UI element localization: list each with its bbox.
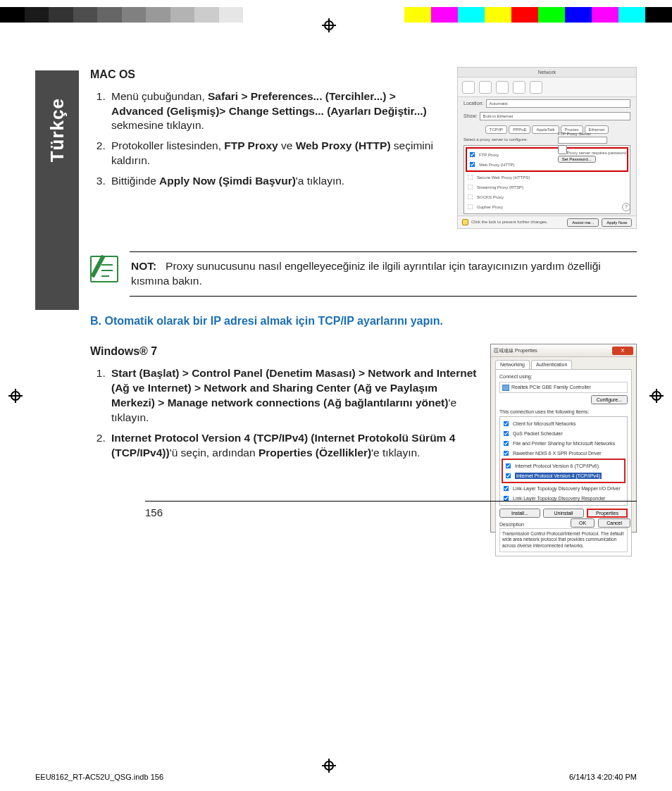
apply-now-button: Apply Now <box>602 218 632 227</box>
sound-icon <box>496 81 509 94</box>
macos-steps: Menü çubuğundan, Safari > Preferences...… <box>90 89 447 189</box>
startup-icon <box>530 81 542 94</box>
displays-icon <box>479 81 492 94</box>
windows-heading: Windows® 7 <box>90 344 480 359</box>
close-icon: X <box>612 347 633 355</box>
footer-left: EEU8162_RT-AC52U_QSG.indb 156 <box>35 773 163 781</box>
tab-networking: Networking <box>495 360 530 368</box>
color-bar <box>0 7 672 23</box>
macos-screenshot: Network Location:Automatic Show:Built-in… <box>457 67 637 229</box>
help-icon: ? <box>622 203 630 211</box>
registration-mark-bottom <box>322 759 336 773</box>
macos-step-3: Bittiğinde Apply Now (Şimdi Başvur)'a tı… <box>108 174 447 189</box>
language-label: Türkçe <box>46 98 68 162</box>
section-b-heading: B. Otomatik olarak bir IP adresi almak i… <box>90 313 637 329</box>
windows-steps: Start (Başlat) > Control Panel (Denetim … <box>90 366 480 461</box>
mac-window-title: Network <box>458 68 636 77</box>
set-password-button: Set Password... <box>558 156 596 163</box>
language-side-tab: Türkçe <box>35 70 79 310</box>
footer-right: 6/14/13 4:20:40 PM <box>569 773 637 781</box>
tab-authentication: Authentication <box>531 360 572 368</box>
page-number: 156 <box>145 501 637 520</box>
network-icon <box>513 81 525 94</box>
macos-heading: MAC OS <box>90 67 447 82</box>
tcpip-highlight: Internet Protocol Version 6 (TCP/IPv6) I… <box>502 459 626 483</box>
windows-step-2: Internet Protocol Version 4 (TCP/IPv4) (… <box>108 431 480 461</box>
macos-step-1: Menü çubuğundan, Safari > Preferences...… <box>108 89 447 134</box>
registration-mark-right <box>649 389 664 403</box>
print-footer: EEU8162_RT-AC52U_QSG.indb 156 6/14/13 4:… <box>35 773 637 781</box>
windows-step-1: Start (Başlat) > Control Panel (Denetim … <box>108 366 480 425</box>
note-box: NOT: Proxy sunucusunu nasıl engelleyeceğ… <box>90 251 637 297</box>
registration-mark-left <box>8 389 23 403</box>
location-select: Automatic <box>486 99 630 108</box>
ftp-proxy-server-pane: FTP Proxy Server Proxy server requires p… <box>558 131 626 163</box>
configure-button: Configure... <box>591 395 628 404</box>
showall-icon <box>462 81 475 94</box>
macos-step-2: Protokoller listesinden, FTP Proxy ve We… <box>108 139 447 168</box>
win-title: 區域連線 Properties <box>494 347 612 354</box>
assist-button: Assist me... <box>567 218 599 227</box>
show-select: Built-in Ethernet <box>480 112 630 120</box>
note-label: NOT: <box>131 260 156 272</box>
registration-mark-top <box>322 18 336 32</box>
connection-items: Client for Microsoft Networks QoS Packet… <box>499 416 628 506</box>
mac-toolbar <box>458 77 636 97</box>
adapter-field: Realtek PCIe GBE Family Controller <box>499 382 628 392</box>
lock-icon <box>462 219 468 225</box>
nic-icon <box>502 385 509 391</box>
description-box: Transmission Control Protocol/Internet P… <box>499 528 628 552</box>
note-body: Proxy sunucusunu nasıl engelleyeceğiniz … <box>131 260 601 287</box>
note-icon <box>90 256 118 282</box>
